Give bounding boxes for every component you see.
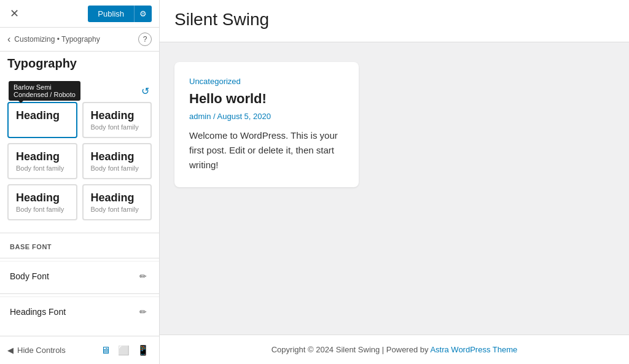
post-category[interactable]: Uncategorized xyxy=(189,77,344,86)
tablet-view-button[interactable]: ⬜ xyxy=(115,342,132,358)
close-button[interactable]: ✕ xyxy=(7,4,21,23)
preset-card-1[interactable]: Barlow SemiCondensed / Roboto Heading xyxy=(7,102,77,138)
bottom-bar: ◀ Hide Controls 🖥 ⬜ 📱 xyxy=(0,336,159,364)
post-card: Uncategorized Hello world! admin / Augus… xyxy=(174,62,359,187)
pencil-icon-body: ✏ xyxy=(139,271,147,281)
left-panel: ✕ Publish ⚙ ‹ Customizing • Typography ?… xyxy=(0,0,160,364)
post-meta: admin / August 5, 2020 xyxy=(189,112,344,121)
preset-sub-6: Body font family xyxy=(91,206,144,213)
divider-3 xyxy=(0,293,159,294)
panel-content: Presets ↺ Barlow SemiCondensed / Roboto … xyxy=(0,78,159,336)
publish-group: Publish ⚙ xyxy=(88,6,152,22)
desktop-view-button[interactable]: 🖥 xyxy=(98,342,113,358)
divider-2 xyxy=(0,258,159,258)
headings-font-edit-button[interactable]: ✏ xyxy=(137,304,149,319)
publish-button[interactable]: Publish xyxy=(88,6,134,22)
preset-heading-3: Heading xyxy=(16,150,69,163)
preview-content: Uncategorized Hello world! admin / Augus… xyxy=(160,42,629,335)
preset-heading-5: Heading xyxy=(16,192,69,204)
headings-font-label: Headings Font xyxy=(10,307,66,317)
headings-font-row: Headings Font ✏ xyxy=(0,296,159,327)
body-font-label: Body Font xyxy=(10,271,49,281)
settings-button[interactable]: ⚙ xyxy=(134,6,152,22)
preview-footer: Copyright © 2024 Silent Swing | Powered … xyxy=(160,335,629,364)
mobile-view-button[interactable]: 📱 xyxy=(135,342,152,358)
hide-controls-button[interactable]: ◀ Hide Controls xyxy=(7,346,66,355)
preset-heading-1: Heading xyxy=(16,109,69,122)
desktop-icon: 🖥 xyxy=(101,345,111,355)
mobile-icon: 📱 xyxy=(137,345,149,355)
divider-1 xyxy=(0,233,159,233)
hide-controls-label: Hide Controls xyxy=(17,346,66,355)
preset-sub-2: Body font family xyxy=(91,123,144,131)
preset-sub-5: Body font family xyxy=(16,206,69,213)
breadcrumb: Customizing • Typography xyxy=(14,35,100,44)
panel-title: Typography xyxy=(0,52,159,78)
top-bar: ✕ Publish ⚙ xyxy=(0,0,159,28)
right-panel: Silent Swing Uncategorized Hello world! … xyxy=(160,0,629,364)
post-title: Hello world! xyxy=(189,91,344,107)
preset-sub-3: Body font family xyxy=(16,165,69,172)
preset-card-4[interactable]: Heading Body font family xyxy=(82,143,152,179)
site-title: Silent Swing xyxy=(174,10,614,29)
reset-button[interactable]: ↺ xyxy=(141,85,149,97)
footer-link[interactable]: Astra WordPress Theme xyxy=(430,345,517,354)
top-bar-left: ✕ xyxy=(7,4,21,23)
help-button[interactable]: ? xyxy=(138,33,152,46)
body-font-row: Body Font ✏ xyxy=(0,261,159,291)
nav-bar: ‹ Customizing • Typography ? xyxy=(0,28,159,52)
view-buttons: 🖥 ⬜ 📱 xyxy=(98,342,152,358)
preset-card-5[interactable]: Heading Body font family xyxy=(7,184,77,220)
preset-card-6[interactable]: Heading Body font family xyxy=(82,184,152,220)
hide-controls-arrow-icon: ◀ xyxy=(7,346,14,355)
preset-heading-6: Heading xyxy=(91,192,144,204)
tablet-icon: ⬜ xyxy=(118,345,130,355)
preview-header: Silent Swing xyxy=(160,0,629,42)
preset-card-3[interactable]: Heading Body font family xyxy=(7,143,77,179)
footer-text: Copyright © 2024 Silent Swing | Powered … xyxy=(272,345,431,354)
preset-card-2[interactable]: Heading Body font family xyxy=(82,102,152,138)
nav-bar-left: ‹ Customizing • Typography xyxy=(7,34,100,45)
preset-sub-4: Body font family xyxy=(91,165,144,172)
base-font-label: BASE FONT xyxy=(0,236,159,255)
preset-tooltip: Barlow SemiCondensed / Roboto xyxy=(9,81,80,101)
body-font-edit-button[interactable]: ✏ xyxy=(137,269,149,284)
post-excerpt: Welcome to WordPress. This is your first… xyxy=(189,128,344,172)
pencil-icon-headings: ✏ xyxy=(139,307,147,317)
presets-grid: Barlow SemiCondensed / Roboto Heading He… xyxy=(0,102,159,230)
preset-heading-4: Heading xyxy=(91,150,144,163)
preset-sub-1 xyxy=(16,123,69,131)
back-button[interactable]: ‹ xyxy=(7,34,10,45)
preset-heading-2: Heading xyxy=(91,109,144,122)
